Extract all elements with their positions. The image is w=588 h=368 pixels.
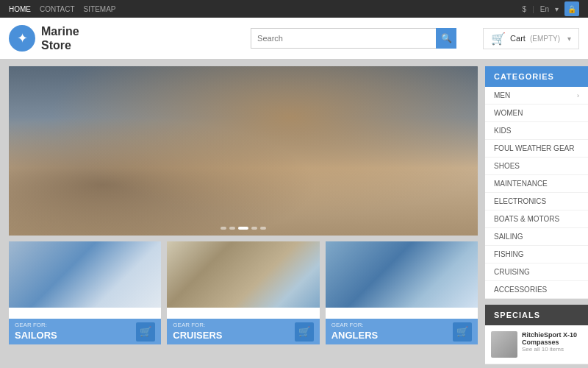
search-input[interactable] (251, 28, 456, 49)
cart-add-icon-3: 🛒 (456, 326, 468, 337)
cruisers-overlay: GEAR FOR: CRUISERS 🛒 (167, 319, 319, 344)
category-fishing[interactable]: FISHING (485, 246, 588, 263)
anglers-add-cart[interactable]: 🛒 (453, 322, 472, 342)
product-card-anglers[interactable]: GEAR FOR: ANGLERS 🛒 (326, 241, 478, 344)
anglers-image (326, 241, 478, 308)
category-foul-weather[interactable]: FOUL WEATHER GEAR (485, 140, 588, 158)
search-form: 🔍 (251, 28, 456, 49)
helm-icon: ✦ (17, 30, 28, 46)
hero-dot-2[interactable] (229, 227, 235, 230)
hero-banner[interactable] (9, 66, 478, 236)
specials-product-image (491, 331, 517, 358)
hero-dot-5[interactable] (260, 227, 266, 230)
login-button[interactable]: 🔒 (564, 1, 579, 16)
category-sailing[interactable]: SAILING (485, 228, 588, 246)
cruisers-image (167, 241, 319, 308)
specials-widget: SPECIALS RitchieSport X-10 Compasses See… (485, 305, 588, 364)
product-cards: GEAR FOR: SAILORS 🛒 GEAR FOR: CRUISERS (9, 241, 478, 344)
top-bar-right: $ | En ▾ 🔒 (523, 1, 579, 16)
language-selector[interactable]: En (540, 5, 549, 13)
nav-contact[interactable]: CONTACT (40, 5, 75, 13)
search-icon: 🔍 (441, 33, 452, 43)
specials-product-info: RitchieSport X-10 Compasses See all 10 i… (522, 331, 582, 358)
logo[interactable]: ✦ Marine Store (9, 24, 79, 52)
cart-add-icon-2: 🛒 (298, 326, 310, 337)
categories-header: CATEGORIES (485, 66, 588, 87)
cart-dropdown-icon: ▾ (567, 35, 571, 43)
cruisers-add-cart[interactable]: 🛒 (295, 322, 314, 342)
search-button[interactable]: 🔍 (436, 28, 456, 49)
sailors-name: SAILORS (15, 330, 57, 341)
sailors-image (9, 241, 161, 308)
category-cruising[interactable]: CRUISING (485, 263, 588, 281)
hero-image (9, 66, 478, 236)
cruisers-info: GEAR FOR: CRUISERS (173, 322, 222, 342)
anglers-overlay: GEAR FOR: ANGLERS 🛒 (326, 319, 478, 344)
category-shoes[interactable]: SHOES (485, 158, 588, 175)
cart-label: Cart (510, 34, 526, 43)
nav-sitemap[interactable]: SITEMAP (84, 5, 116, 13)
logo-text: Marine Store (41, 24, 79, 52)
top-bar-nav: HOME CONTACT SITEMAP (9, 5, 116, 13)
sailors-gear-for: GEAR FOR: (15, 322, 57, 328)
category-women[interactable]: WOMEN (485, 105, 588, 122)
category-boats-motors[interactable]: BOATS & MOTORS (485, 210, 588, 228)
currency-selector[interactable]: $ (523, 5, 527, 13)
header: ✦ Marine Store 🔍 🛒 Cart (EMPTY) ▾ (0, 18, 588, 59)
specials-item-0[interactable]: RitchieSport X-10 Compasses See all 10 i… (485, 325, 588, 364)
hero-dots (220, 227, 266, 230)
product-card-cruisers[interactable]: GEAR FOR: CRUISERS 🛒 (167, 241, 319, 344)
anglers-gear-for: GEAR FOR: (331, 322, 379, 328)
cart-add-icon: 🛒 (140, 326, 151, 337)
specials-product-sub: See all 10 items (522, 346, 582, 353)
nav-home[interactable]: HOME (9, 5, 31, 13)
cart-icon: 🛒 (491, 32, 506, 46)
category-electronics[interactable]: ELECTRONICS (485, 193, 588, 210)
lock-icon: 🔒 (567, 5, 576, 13)
category-accessories[interactable]: ACCESSORIES (485, 281, 588, 299)
anglers-name: ANGLERS (331, 330, 379, 341)
hero-dot-4[interactable] (251, 227, 257, 230)
category-men[interactable]: MEN › (485, 87, 588, 105)
category-kids[interactable]: KIDS (485, 122, 588, 140)
cruisers-name: CRUISERS (173, 330, 222, 341)
men-expand-icon: › (577, 92, 579, 99)
top-bar: HOME CONTACT SITEMAP $ | En ▾ 🔒 (0, 0, 588, 18)
product-card-sailors[interactable]: GEAR FOR: SAILORS 🛒 (9, 241, 161, 344)
main-content: GEAR FOR: SAILORS 🛒 GEAR FOR: CRUISERS (0, 59, 588, 368)
sailors-overlay: GEAR FOR: SAILORS 🛒 (9, 319, 161, 344)
cart-widget[interactable]: 🛒 Cart (EMPTY) ▾ (483, 28, 579, 49)
specials-product-name: RitchieSport X-10 Compasses (522, 331, 582, 346)
categories-widget: CATEGORIES MEN › WOMEN KIDS FOUL WEATHER… (485, 66, 588, 299)
cruisers-gear-for: GEAR FOR: (173, 322, 222, 328)
sailors-add-cart[interactable]: 🛒 (136, 322, 155, 342)
logo-icon: ✦ (9, 25, 35, 52)
content-area: GEAR FOR: SAILORS 🛒 GEAR FOR: CRUISERS (0, 59, 485, 368)
sidebar: CATEGORIES MEN › WOMEN KIDS FOUL WEATHER… (485, 59, 588, 368)
hero-dot-3[interactable] (238, 227, 248, 230)
hero-dot-1[interactable] (220, 227, 226, 230)
specials-header: SPECIALS (485, 305, 588, 325)
cart-status: (EMPTY) (530, 35, 560, 43)
anglers-info: GEAR FOR: ANGLERS (331, 322, 379, 342)
category-maintenance[interactable]: MAINTENANCE (485, 175, 588, 193)
sailors-info: GEAR FOR: SAILORS (15, 322, 57, 342)
